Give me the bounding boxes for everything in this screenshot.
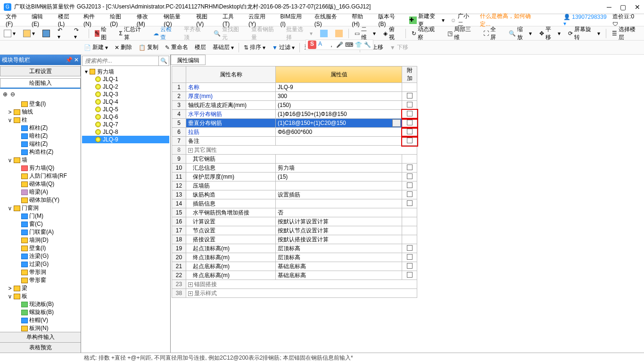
nav-item[interactable]: 带形洞 [1,268,80,276]
local-3d-button[interactable]: ◳ 局部三维 [446,25,478,42]
zoom-button[interactable]: 🔍 缩放 ▾ [507,25,534,42]
list-item[interactable]: JLQ-4 [82,98,169,106]
table-row[interactable]: 18 搭接设置按默认搭接设置计算 [172,235,417,244]
fullscreen-button[interactable]: ⛶ 全屏 [481,25,503,42]
table-row[interactable]: 22 终点底标高(m)基础底标高 [172,271,417,280]
component-list[interactable]: ▾ 剪力墙JLQ-1JLQ-2JLQ-3JLQ-4JLQ-5JLQ-6JLQ-7… [81,67,170,353]
rotate-screen-button[interactable]: ⟳ 屏幕旋转 ▾ [566,25,602,42]
search-input[interactable] [83,56,158,66]
nav-item[interactable]: 板洞(N) [1,324,80,332]
nav-item[interactable]: 门联窗(A) [1,228,80,236]
maximize-button[interactable]: ▢ [620,3,626,11]
menu-online[interactable]: 在线服务(S) [312,12,347,28]
list-item[interactable]: JLQ-3 [82,90,169,98]
minimize-button[interactable]: ─ [607,3,611,11]
table-row[interactable]: 38+显示样式 [172,289,417,298]
nav-item[interactable]: 螺旋板(B) [1,308,80,316]
nav-item[interactable]: >轴线 [1,108,80,116]
search-button[interactable]: 🔍 [158,56,169,66]
table-row[interactable]: 10 汇总信息剪力墙 [172,164,417,173]
menu-file[interactable]: 文件(F) [3,12,27,28]
new-file-button[interactable]: ▾ [2,29,17,38]
find-element-button[interactable]: 🔍 查找图元 [212,25,246,42]
menu-edit[interactable]: 编辑(E) [29,12,53,28]
nav-item[interactable]: v墙 [1,156,80,164]
new-item-button[interactable]: 📄 新建 ▾ [82,42,110,52]
nav-item[interactable]: 壁龛(I) [1,100,80,108]
list-item[interactable]: JLQ-5 [82,106,169,113]
nav-item[interactable]: 剪力墙(Q) [1,164,80,172]
collapse-icon[interactable]: ⊖ [10,91,15,98]
property-tab[interactable]: 属性编辑 [171,55,206,65]
save-button[interactable] [41,29,52,38]
table-row[interactable]: 3轴线距左墙皮距离(mm)(150) [172,101,417,110]
tab-single-input[interactable]: 单构件输入 [0,332,81,342]
top-view-button[interactable]: ◈ 俯视 [381,25,402,42]
open-file-button[interactable]: ▾ [21,29,37,38]
ime-keyboard-icon[interactable]: ⌨ [345,41,353,48]
undo-button[interactable]: ↶ ▾ [56,26,68,41]
table-row[interactable]: 2厚度(mm)300 [172,92,417,101]
nav-item[interactable]: 框柱(Z) [1,124,80,132]
table-row[interactable]: 23+锚固搭接 [172,280,417,289]
table-row[interactable]: 16 计算设置按默认计算设置计算 [172,217,417,226]
table-row[interactable]: 17 节点设置按默认节点设置计算 [172,226,417,235]
table-row[interactable]: 12 压墙筋 [172,181,417,190]
expand-icon[interactable]: ⊕ [3,91,8,98]
nav-item[interactable]: v门窗洞 [1,204,80,212]
orbit-button[interactable]: ↻ 动态观察 [410,25,441,42]
copy-button[interactable]: 📋 复制 [137,42,160,52]
tab-table-preview[interactable]: 表格预览 [0,342,81,353]
floor-select[interactable]: 楼层 [193,42,208,52]
select-floor-button[interactable]: ☰ 选择楼层 [610,25,642,42]
ime-s-icon[interactable]: S [308,41,316,49]
nav-item[interactable]: 砌体墙(Q) [1,180,80,188]
nav-item[interactable]: 门(M) [1,212,80,220]
nav-item[interactable]: 过梁(G) [1,260,80,268]
list-item[interactable]: JLQ-6 [82,113,169,121]
list-item[interactable]: JLQ-2 [82,83,169,90]
table-row[interactable]: 15 水平钢筋拐角增加搭接否 [172,208,417,217]
nav-item[interactable]: 人防门框墙(RF [1,172,80,180]
list-item[interactable]: JLQ-1 [82,75,169,83]
ime-shirt-icon[interactable]: 👕 [355,41,362,48]
move-down-button[interactable]: ▼ 下移 [388,42,410,52]
nav-item[interactable]: 暗梁(A) [1,188,80,196]
redo-button[interactable]: ↷ ▾ [72,26,85,41]
table-row[interactable]: 8+其它属性 [172,146,417,155]
nav-item[interactable]: 连梁(G) [1,252,80,260]
nav-item[interactable]: >梁 [1,284,80,292]
table-row[interactable]: 11 保护层厚度(mm)(15) [172,173,417,181]
list-root[interactable]: ▾ 剪力墙 [82,68,169,75]
nav-item[interactable]: 墙洞(D) [1,236,80,244]
table-row[interactable]: 13 纵筋构造设置插筋 [172,190,417,199]
sum-calc-button[interactable]: Σ汇总计算 [117,25,148,42]
ime-a-icon[interactable]: A [318,41,327,49]
nav-item[interactable]: 壁龛(I) [1,244,80,252]
nav-item[interactable]: 带形窗 [1,276,80,284]
ime-toolbar[interactable]: S A ， 🎤 ⌨ 👕 🔧 [305,40,373,50]
pin-icon[interactable]: 📌 [66,57,73,63]
ime-settings-icon[interactable]: 🔧 [364,41,371,48]
ime-mic-icon[interactable]: 🎤 [336,41,343,48]
nav-item[interactable]: 窗(C) [1,220,80,228]
table-row[interactable]: 7备注 [172,137,417,146]
tab-draw-input[interactable]: 绘图输入 [0,78,81,89]
list-item[interactable]: JLQ-8 [82,128,169,136]
delete-button[interactable]: ✕ 删除 [113,42,134,52]
tab-project-settings[interactable]: 工程设置 [0,66,81,76]
nav-item[interactable]: 构造柱(Z) [1,148,80,156]
close-panel-icon[interactable]: ✕ [74,57,79,63]
extra-icon-1[interactable] [318,29,330,38]
table-row[interactable]: 4水平分布钢筋(1)Φ16@150+(1)Φ18@150 [172,110,417,119]
property-grid[interactable]: 属性名称属性值附加1名称JLQ-92厚度(mm)3003轴线距左墙皮距离(mm)… [171,65,644,353]
rename-button[interactable]: ✎ 重命名 [163,42,190,52]
filter-button[interactable]: ▼ 过滤 ▾ [270,42,297,52]
align-top-button[interactable]: 平齐板顶 [182,25,208,42]
nav-item[interactable]: 现浇板(B) [1,300,80,308]
sort-button[interactable]: ⇅ 排序 ▾ [242,42,267,52]
list-item[interactable]: JLQ-7 [82,121,169,128]
extra-icon-2[interactable] [333,29,345,38]
nav-item[interactable]: 端柱(Z) [1,140,80,148]
table-row[interactable]: 5垂直分布钢筋(1)C18@150+(1)C20@150⋯ [172,119,417,128]
